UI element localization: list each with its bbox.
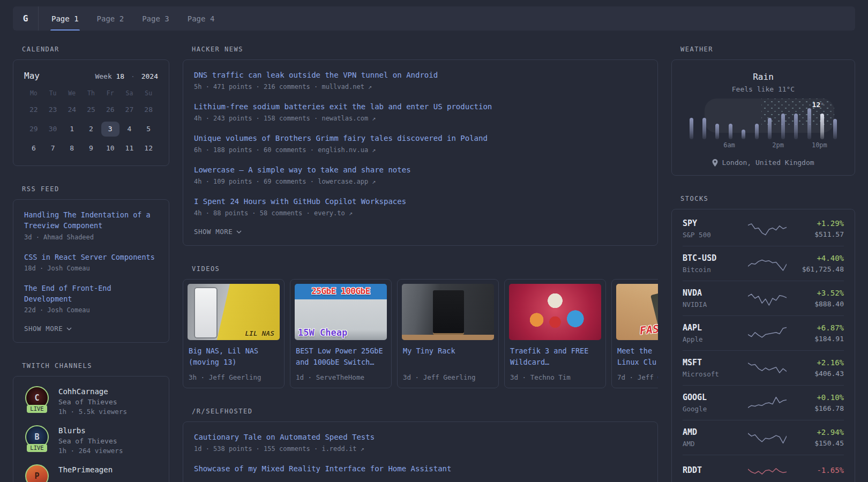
stock-row[interactable]: SPYS&P 500+1.29%$511.57	[683, 212, 844, 246]
tab-page-4[interactable]: Page 4	[186, 6, 216, 31]
stock-row[interactable]: RDDT-1.65%	[683, 455, 844, 482]
stock-name: Google	[683, 405, 746, 413]
video-card[interactable]: LIL NAS Big NAS, Lil NAS (moving 13) 3h …	[183, 279, 285, 388]
reddit-item-title[interactable]: Showcase of my Mixed Reality Interface f…	[194, 463, 647, 475]
stock-change: +1.29%	[788, 219, 844, 228]
live-badge: LIVE	[27, 444, 47, 452]
stock-ticker: AMD	[683, 427, 746, 437]
app-logo[interactable]: G	[13, 6, 39, 31]
calendar-day[interactable]: 9	[82, 141, 100, 156]
middle-column: HACKER NEWS DNS traffic can leak outside…	[183, 46, 658, 482]
calendar-day[interactable]: 1	[63, 122, 81, 137]
hn-item-title[interactable]: Unique volumes of Brothers Grimm fairy t…	[194, 133, 647, 144]
channel-name[interactable]: Blurbs	[58, 426, 123, 435]
calendar-day[interactable]: 7	[44, 141, 62, 156]
twitch-channels-widget: TWITCH CHANNELS C LIVE CohhCarnage Sea o…	[13, 362, 169, 482]
tab-page-3[interactable]: Page 3	[141, 6, 170, 31]
calendar-section-title: CALENDAR	[22, 46, 169, 53]
rss-item-title[interactable]: Handling The Indentation of a Treeview C…	[24, 209, 158, 231]
calendar-day[interactable]: 6	[25, 141, 43, 156]
calendar-day[interactable]: 22	[25, 102, 43, 117]
calendar-day[interactable]: 28	[139, 102, 158, 117]
stock-row[interactable]: MSFTMicrosoft+2.16%$406.43	[683, 351, 844, 386]
stock-name: Microsoft	[683, 370, 746, 378]
video-card[interactable]: 25GbE 100GbE 15W Cheap BEST Low Power 25…	[290, 279, 392, 388]
stock-row[interactable]: NVDANVIDIA+3.52%$888.40	[683, 281, 844, 316]
calendar-day[interactable]: 24	[63, 102, 81, 117]
video-thumbnail[interactable]: 25GbE 100GbE 15W Cheap	[295, 284, 387, 340]
calendar-day[interactable]: 12	[139, 141, 158, 156]
calendar-day[interactable]: 8	[63, 141, 81, 156]
live-badge: LIVE	[27, 405, 47, 413]
stock-ticker: GOOGL	[683, 393, 746, 402]
calendar-day-header: Fr	[101, 86, 120, 98]
stock-name: Apple	[683, 335, 746, 343]
stock-price: $166.78	[788, 404, 844, 412]
calendar-day[interactable]: 11	[120, 141, 138, 156]
video-thumbnail[interactable]	[509, 284, 601, 340]
reddit-selfhosted-widget: /R/SELFHOSTED Cautionary Tale on Automat…	[183, 408, 658, 482]
stock-row[interactable]: BTC-USDBitcoin+4.40%$61,725.48	[683, 246, 844, 281]
channel-name[interactable]: CohhCarnage	[58, 387, 127, 396]
calendar-day[interactable]: 23	[44, 102, 62, 117]
weather-time-labels: 6am2pm10pm	[690, 141, 837, 150]
tab-page-2[interactable]: Page 2	[96, 6, 125, 31]
weather-bar	[781, 114, 785, 139]
videos-row: LIL NAS Big NAS, Lil NAS (moving 13) 3h …	[183, 279, 658, 388]
weather-bar	[755, 124, 759, 139]
rss-item-title[interactable]: CSS in React Server Components	[24, 252, 158, 262]
tab-page-1[interactable]: Page 1	[50, 6, 80, 31]
calendar-day[interactable]: 26	[101, 102, 119, 117]
video-title[interactable]: Traefik 3 and FREE Wildcard…	[505, 345, 605, 369]
stocks-card: SPYS&P 500+1.29%$511.57BTC-USDBitcoin+4.…	[671, 209, 855, 482]
calendar-day[interactable]: 30	[44, 122, 62, 137]
stock-ticker: MSFT	[683, 358, 746, 367]
right-column: WEATHER Rain Feels like 11°C 12° 6am2pm1…	[671, 46, 855, 482]
weather-widget: WEATHER Rain Feels like 11°C 12° 6am2pm1…	[671, 46, 855, 176]
stocks-section-title: STOCKS	[680, 195, 855, 202]
stock-price: $406.43	[788, 370, 844, 378]
stock-ticker: BTC-USD	[683, 253, 746, 263]
calendar-day[interactable]: 27	[120, 102, 138, 117]
calendar-day[interactable]: 2	[82, 122, 100, 137]
twitch-channel-row[interactable]: C LIVE CohhCarnage Sea of Thieves 1h · 5…	[24, 386, 158, 416]
video-title[interactable]: BEST Low Power 25GbE and 100GbE Switch…	[290, 345, 391, 369]
video-meta: 3h · Jeff Geerling	[183, 369, 284, 388]
weather-bar	[690, 118, 693, 139]
video-card[interactable]: My Tiny Rack 3d · Jeff Geerling	[397, 279, 499, 388]
twitch-section-title: TWITCH CHANNELS	[22, 362, 169, 370]
video-title[interactable]: Big NAS, Lil NAS (moving 13)	[183, 345, 284, 369]
hn-item-title[interactable]: Lithium-free sodium batteries exit the l…	[194, 101, 647, 112]
calendar-day-selected[interactable]: 3	[101, 122, 119, 137]
video-card[interactable]: FAST Meet the Linux Clu 7d · Jeff Geerli…	[611, 279, 658, 388]
video-thumbnail[interactable]	[402, 284, 494, 340]
rss-item-title[interactable]: The End of Front-End Development	[24, 283, 158, 305]
video-card[interactable]: Traefik 3 and FREE Wildcard… 3d · Techno…	[504, 279, 606, 388]
channel-name[interactable]: ThePrimeagen	[58, 465, 113, 474]
reddit-item-title[interactable]: Cautionary Tale on Automated Speed Tests	[194, 432, 647, 443]
hn-item-title[interactable]: I Spent 24 Hours with GitHub Copilot Wor…	[194, 196, 647, 207]
video-title[interactable]: My Tiny Rack	[398, 345, 498, 369]
twitch-channel-row[interactable]: P ThePrimeagen	[24, 464, 158, 482]
weather-location: London, United Kingdom	[683, 159, 844, 167]
rss-show-more-button[interactable]: SHOW MORE	[24, 325, 72, 333]
twitch-channel-row[interactable]: B LIVE Blurbs Sea of Thieves 1h · 264 vi…	[24, 425, 158, 455]
calendar-day[interactable]: 5	[139, 122, 158, 137]
calendar-day[interactable]: 29	[25, 122, 43, 137]
calendar-day[interactable]: 25	[82, 102, 100, 117]
stock-row[interactable]: AMDAMD+2.94%$150.45	[683, 420, 844, 455]
calendar-day-header: Su	[139, 86, 158, 98]
stock-price: $150.45	[788, 439, 844, 447]
video-thumbnail[interactable]: LIL NAS	[188, 284, 280, 340]
videos-widget: VIDEOS LIL NAS Big NAS, Lil NAS (moving …	[183, 265, 658, 388]
video-title[interactable]: Meet the Linux Clu	[612, 345, 658, 369]
stock-row[interactable]: GOOGLGoogle+0.10%$166.78	[683, 386, 844, 420]
calendar-day[interactable]: 10	[101, 141, 119, 156]
hn-show-more-button[interactable]: SHOW MORE	[194, 228, 242, 236]
video-thumbnail[interactable]: FAST	[616, 284, 658, 340]
hn-item-title[interactable]: Lowercase – A simple way to take and sha…	[194, 164, 647, 176]
rss-card: Handling The Indentation of a Treeview C…	[13, 199, 169, 343]
stock-row[interactable]: AAPLApple+6.87%$184.91	[683, 316, 844, 351]
calendar-day[interactable]: 4	[120, 122, 138, 137]
hn-item-title[interactable]: DNS traffic can leak outside the VPN tun…	[194, 70, 647, 81]
